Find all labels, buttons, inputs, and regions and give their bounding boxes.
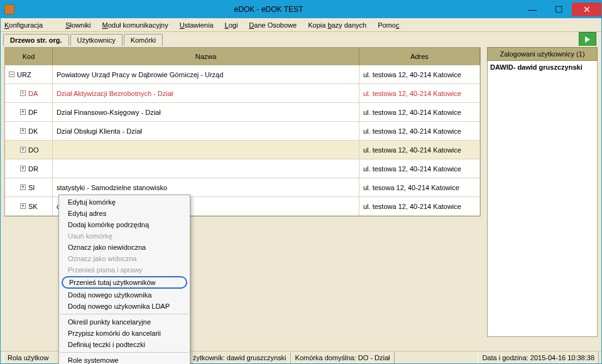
row-adres: ul. testowa 12, 40-214 Katowice bbox=[359, 122, 480, 140]
row-kod: DF bbox=[28, 109, 38, 116]
ctx-punkty-kancelaryjne[interactable]: Określ punkty kancelaryjne bbox=[59, 316, 190, 328]
close-button[interactable]: ✕ bbox=[572, 3, 601, 16]
logged-users-header: Zalogowani użytkownicy (1) bbox=[487, 47, 598, 61]
context-menu: Edytuj komórkę Edytuj adres Dodaj komórk… bbox=[58, 195, 190, 364]
logged-user-item[interactable]: DAWID- dawid gruszczynski bbox=[490, 63, 594, 71]
maximize-button[interactable]: ☐ bbox=[545, 3, 572, 16]
ctx-oznacz-niewidoczna[interactable]: Oznacz jako niewidoczna bbox=[59, 242, 190, 253]
status-data: Data i godzina: 2015-04-16 10:38:38 bbox=[478, 352, 599, 363]
header-nazwa[interactable]: Nazwa bbox=[53, 48, 359, 65]
ctx-przypisz-komorki[interactable]: Przypisz komórki do kancelarii bbox=[59, 328, 190, 339]
row-kod: DR bbox=[28, 165, 38, 173]
row-kod: DK bbox=[28, 127, 38, 135]
ctx-dodaj-uzytkownika[interactable]: Dodaj nowego użytkownika bbox=[59, 289, 190, 301]
table-row[interactable]: +DRul. testowa 12, 40-214 Katowice bbox=[5, 159, 480, 178]
tree-toggle-icon[interactable]: − bbox=[9, 72, 14, 77]
titlebar: eDOK - eDOK TEST — ☐ ✕ bbox=[1, 1, 601, 18]
menu-konfiguracja[interactable]: Konfiguracja bbox=[4, 21, 54, 29]
row-adres: ul. testowa 12, 40-214 Katowice bbox=[359, 103, 480, 121]
row-adres: ul. testowa 12, 40-214 Katowice bbox=[359, 197, 480, 215]
table-row[interactable]: +DKDział Obsługi Klienta - Działul. test… bbox=[5, 122, 480, 141]
table-row[interactable]: −URZPowiatowy Urząd Pracy w Dąbrowie Gór… bbox=[5, 65, 480, 84]
menubar: Konfiguracja Słowniki Moduł komunikacyjn… bbox=[1, 18, 601, 32]
table-row[interactable]: +DFDział Finansowo-Księgowy - Działul. t… bbox=[5, 103, 480, 122]
ctx-oznacz-widoczna: Oznacz jako widoczna bbox=[59, 253, 190, 264]
row-nazwa bbox=[53, 141, 359, 159]
row-nazwa: Powiatowy Urząd Pracy w Dąbrowie Górnicz… bbox=[53, 65, 359, 83]
row-nazwa: statystyki - Samodzielne stanowisko bbox=[53, 178, 359, 196]
row-adres: ul. testowa 12, 40-214 Katowice bbox=[359, 141, 480, 159]
table-row[interactable]: +DADział Aktywizacji Bezrobotnych - Dzia… bbox=[5, 84, 480, 103]
ctx-role-systemowe[interactable]: Role systemowe bbox=[59, 355, 190, 364]
menu-dane[interactable]: Dane Osobowe bbox=[249, 21, 297, 29]
table-row[interactable]: +DOul. testowa 12, 40-214 Katowice bbox=[5, 141, 480, 159]
row-nazwa: Dział Obsługi Klienta - Dział bbox=[53, 122, 359, 140]
app-icon bbox=[4, 4, 14, 14]
tree-toggle-icon[interactable]: + bbox=[20, 109, 26, 115]
header-kod[interactable]: Kod bbox=[5, 48, 53, 65]
status-rola: Rola użytkow bbox=[3, 352, 60, 363]
tree-toggle-icon[interactable]: + bbox=[20, 185, 26, 190]
ctx-definiuj-teczki[interactable]: Definiuj teczki i podteczki bbox=[59, 339, 190, 350]
ctx-usun-komorke: Usuń komórkę bbox=[59, 230, 190, 242]
row-nazwa bbox=[53, 159, 359, 178]
ctx-przenies-uzytkownikow[interactable]: Przenieś tutaj użytkowników bbox=[62, 276, 187, 289]
menu-modul[interactable]: Moduł komunikacyjny bbox=[102, 21, 168, 29]
menu-logi[interactable]: Logi bbox=[225, 21, 238, 29]
window-title: eDOK - eDOK TEST bbox=[18, 5, 519, 14]
menu-slowniki[interactable]: Słowniki bbox=[65, 21, 90, 29]
ctx-edytuj-komorke[interactable]: Edytuj komórkę bbox=[59, 196, 190, 208]
tree-toggle-icon[interactable]: + bbox=[20, 128, 26, 134]
tab-komorki[interactable]: Komórki bbox=[124, 34, 163, 46]
ctx-dodaj-uzytkownika-ldap[interactable]: Dodaj nowego użykownika LDAP bbox=[59, 301, 190, 312]
logged-users-list: DAWID- dawid gruszczynski bbox=[487, 61, 598, 337]
minimize-button[interactable]: — bbox=[519, 3, 545, 16]
menu-kopia[interactable]: Kopia bazy danych bbox=[308, 21, 366, 29]
ctx-edytuj-adres[interactable]: Edytuj adres bbox=[59, 208, 190, 219]
row-adres: ul. testowa 12, 40-214 Katowice bbox=[359, 65, 480, 83]
row-kod: DA bbox=[28, 90, 38, 97]
status-uzytkownik: żytkownik: dawid gruszczynski bbox=[189, 352, 291, 363]
row-adres: ul. testowa 12, 40-214 Katowice bbox=[359, 84, 480, 102]
tree-toggle-icon[interactable]: + bbox=[20, 203, 26, 209]
tree-toggle-icon[interactable]: + bbox=[20, 147, 26, 153]
menu-ustawienia[interactable]: Ustawienia bbox=[180, 21, 214, 29]
tree-toggle-icon[interactable]: + bbox=[20, 166, 26, 171]
grid-header: Kod Nazwa Adres bbox=[5, 48, 480, 65]
ctx-przenies-pisma: Przenieś pisma i sprawy bbox=[59, 264, 190, 276]
row-nazwa: Dział Finansowo-Księgowy - Dział bbox=[53, 103, 359, 121]
row-kod: DO bbox=[28, 146, 39, 154]
tab-drzewo[interactable]: Drzewo str. org. bbox=[3, 34, 69, 46]
tab-uzytkownicy[interactable]: Użytkownicy bbox=[70, 34, 123, 46]
status-komorka: Komórka domyślna: DO - Dział bbox=[291, 352, 395, 363]
exit-icon[interactable] bbox=[579, 32, 596, 47]
row-kod: SI bbox=[28, 184, 35, 191]
row-adres: ul. testowa 12, 40-214 Katowice bbox=[359, 159, 480, 178]
row-adres: ul. tesowa 12, 40-214 Katowice bbox=[359, 178, 480, 196]
header-adres[interactable]: Adres bbox=[359, 48, 480, 65]
tree-toggle-icon[interactable]: + bbox=[20, 90, 26, 96]
row-kod: SK bbox=[28, 203, 38, 210]
row-nazwa: Dział Aktywizacji Bezrobotnych - Dział bbox=[53, 84, 359, 102]
ctx-dodaj-podrzedna[interactable]: Dodaj komórkę podrzędną bbox=[59, 219, 190, 230]
row-kod: URZ bbox=[17, 71, 31, 78]
tabbar: Drzewo str. org. Użytkownicy Komórki bbox=[1, 32, 601, 46]
menu-pomoc[interactable]: Pomoc bbox=[378, 21, 399, 29]
org-grid: Kod Nazwa Adres −URZPowiatowy Urząd Prac… bbox=[4, 47, 481, 217]
